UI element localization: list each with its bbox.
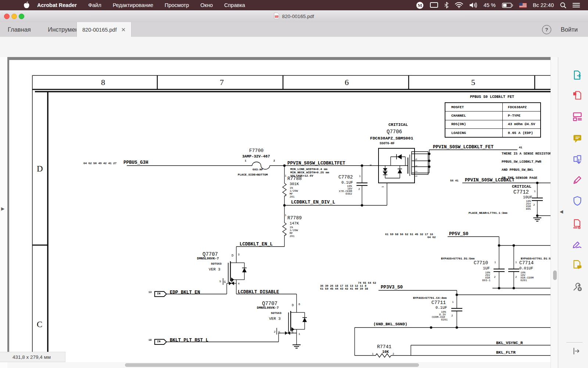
horizontal-scroll-thumb[interactable] <box>125 363 419 367</box>
volume-icon[interactable] <box>469 2 477 8</box>
schematic-text: 805 <box>526 208 531 211</box>
spotlight-icon[interactable] <box>560 2 566 8</box>
export-pdf-tool-icon[interactable] <box>571 69 583 81</box>
tab-bar: Главная Инструменты 820-00165.pdf ✕ ? Во… <box>0 22 588 37</box>
schematic-text: 1 <box>298 333 300 336</box>
schematic-text: 2 <box>451 315 453 318</box>
schematic-text: 201 <box>290 235 295 238</box>
page-size-indicator: 431,8 x 279,4 мм <box>0 352 65 362</box>
window-title: 820-00165.pdf <box>282 14 314 19</box>
horizontal-scrollbar[interactable] <box>7 362 551 368</box>
schematic-text: R7789 <box>287 216 302 220</box>
fet-table-key: RDS(ON) <box>445 120 503 128</box>
schematic-text: 603-HF <box>252 168 263 171</box>
zone-column-label: 6 <box>345 78 349 87</box>
schematic-text: 0201 <box>441 319 448 322</box>
schematic-text: 5 <box>415 165 418 167</box>
menu-item[interactable]: Редактирование <box>113 2 153 8</box>
schematic-text: PLACE_NEAR=L7701.1:3mm <box>469 212 508 215</box>
schematic-text: IN <box>157 340 161 343</box>
sign-in-link[interactable]: Войти <box>561 26 578 33</box>
app-menu-title[interactable]: Acrobat Reader <box>37 2 77 8</box>
comment-tool-icon[interactable] <box>571 132 583 144</box>
open-tools-pane-icon[interactable] <box>572 347 580 357</box>
schematic-text: 2 <box>274 330 276 333</box>
schematic-text: 2 <box>285 194 286 197</box>
create-pdf-tool-icon[interactable] <box>571 89 583 101</box>
fill-and-sign-tool-icon[interactable] <box>571 174 583 186</box>
screen-mirroring-icon[interactable] <box>430 2 438 8</box>
battery-icon[interactable] <box>502 3 513 8</box>
schematic-text: 603-1 <box>482 279 491 282</box>
schematic-text: 2 <box>533 204 535 207</box>
window-title-bar[interactable]: PDF 820-00165.pdf <box>0 10 588 22</box>
menu-item[interactable]: Справка <box>224 2 245 8</box>
schematic-text: 1UF <box>483 266 490 270</box>
schematic-text: 10UF <box>523 195 532 199</box>
fet-table-key: MOSFET <box>445 103 503 111</box>
collapse-tools-panel-icon[interactable]: ◀ <box>560 209 563 214</box>
schematic-sheet: 64 62 50 49 42 41 27PPBUS_G3HF77003AMP-3… <box>9 60 551 362</box>
help-icon[interactable]: ? <box>542 25 551 34</box>
fet-table-value: P-TYPE <box>503 112 540 120</box>
schematic-text: 1 <box>534 190 536 193</box>
main-toolbar: / 76 125% Общий доступ <box>0 37 588 57</box>
schematic-text: 1 <box>515 261 517 264</box>
macos-menu-bar: Acrobat Reader ФайлРедактированиеПросмот… <box>0 0 588 10</box>
schematic-text: 2 <box>358 188 360 191</box>
tools-panel-divider <box>566 342 582 343</box>
schematic-text: D <box>232 254 233 258</box>
schematic-text: S <box>291 331 293 335</box>
schematic-text: 4 <box>238 282 240 285</box>
schematic-text: 13 <box>148 291 151 294</box>
schematic-text: BKL_VSYNC_R <box>496 341 523 345</box>
menu-item[interactable]: Просмотр <box>165 2 189 8</box>
schematic-text: C7711 <box>431 300 446 305</box>
fet-table-title: PPBUS S0 LCDBkLT FET <box>445 95 539 99</box>
more-tools-tool-icon[interactable] <box>571 281 583 293</box>
vertical-scroll-thumb[interactable] <box>553 270 557 280</box>
schematic-text: PP5V_S0 <box>449 232 469 237</box>
schematic-text: PPVIN_S0SW_LCDBKLT <box>465 178 514 183</box>
schematic-text: 1 <box>372 353 374 356</box>
tab-document-label: 820-00165.pdf <box>82 27 117 33</box>
schematic-text: BYPASS=U7701.C4:4mm <box>413 297 447 300</box>
wifi-icon[interactable] <box>455 2 463 8</box>
tab-document[interactable]: 820-00165.pdf ✕ <box>76 22 132 37</box>
menu-item[interactable]: Файл <box>88 2 101 8</box>
apple-menu-icon[interactable] <box>24 1 30 9</box>
redact-tool-icon[interactable] <box>571 218 583 230</box>
fet-table-row: MOSFETFDC638APZ <box>445 103 540 111</box>
request-signatures-tool-icon[interactable] <box>571 259 583 270</box>
tab-close-icon[interactable]: ✕ <box>121 26 126 33</box>
expand-left-panel-icon[interactable]: ▶ <box>1 206 4 211</box>
schematic-text: C7710 <box>474 261 488 265</box>
zone-row-label: D <box>37 164 43 174</box>
menu-clock[interactable]: Вс 22:40 <box>533 2 554 8</box>
vertical-scrollbar[interactable] <box>551 57 558 368</box>
schematic-text: PLACE_SIDE=BOTTOM <box>238 173 268 176</box>
m-circle-icon[interactable]: M <box>416 1 424 9</box>
sign-agreement-tool-icon[interactable] <box>571 238 583 250</box>
schematic-text: PPBUS_SW_LCDBKLT_PWR <box>502 160 541 164</box>
tab-home[interactable]: Главная <box>0 22 39 37</box>
bluetooth-icon[interactable] <box>444 2 449 8</box>
edit-pdf-tool-icon[interactable] <box>571 110 583 122</box>
schematic-text: 0.1UF <box>435 306 447 310</box>
schematic-text: FDC638APZ_SBMS001 <box>370 136 413 141</box>
schematic-text: 1 <box>452 301 454 304</box>
control-list-icon[interactable] <box>573 3 580 8</box>
schematic-text: 2 <box>392 353 394 356</box>
menu-item[interactable]: Окно <box>200 2 213 8</box>
schematic-text: MIN_NECK_WIDTH=0.25 mm <box>290 171 329 174</box>
schematic-text: VER 3 <box>209 268 220 272</box>
fet-table-row: LOADING0.65 A (EDP) <box>445 128 540 137</box>
svg-text:M: M <box>417 3 422 8</box>
combine-files-tool-icon[interactable] <box>571 154 583 166</box>
protect-tool-icon[interactable] <box>571 195 583 207</box>
schematic-text: IN <box>157 292 161 295</box>
schematic-text: CRITICAL <box>512 185 531 189</box>
schematic-text: 1 <box>245 160 246 162</box>
tools-panel: ◀ <box>558 57 588 368</box>
us-flag-icon[interactable] <box>519 3 527 8</box>
